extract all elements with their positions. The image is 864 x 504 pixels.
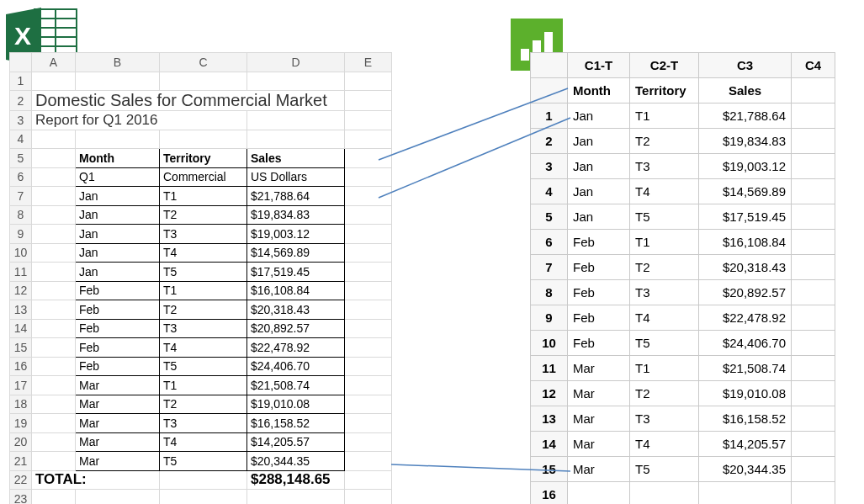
report-subtitle[interactable]: Report for Q1 2016 [32,111,247,130]
cell[interactable] [345,432,392,452]
cell-sales[interactable]: $16,108.84 [699,230,792,255]
cell-territory[interactable]: T1 [160,187,247,206]
total-label[interactable]: TOTAL: [32,470,160,490]
cell[interactable] [345,281,392,300]
cell-sales[interactable]: $16,158.52 [699,406,792,432]
cell-sales[interactable]: $19,010.08 [699,381,792,406]
cell-sales[interactable]: $20,344.35 [247,452,345,471]
col-header[interactable]: C [160,53,247,72]
cell-sales[interactable]: $17,519.45 [247,263,345,282]
row-header[interactable]: 16 [531,482,568,505]
cell[interactable] [345,357,392,376]
row-header[interactable]: 12 [531,381,568,406]
col-header[interactable]: E [345,53,392,72]
cell-territory[interactable]: T4 [630,305,699,331]
row-header[interactable]: 13 [531,406,568,432]
cell-sales[interactable]: $22,478.92 [247,338,345,358]
cell-month[interactable]: Jan [568,179,630,204]
cell-sales[interactable]: $19,010.08 [247,395,345,414]
row-header[interactable]: 18 [10,395,32,414]
cell-sales[interactable]: $20,318.43 [247,300,345,320]
cell-territory[interactable]: T2 [630,255,699,280]
cell-month[interactable]: Mar [76,395,160,414]
cell-territory[interactable]: T4 [160,243,247,263]
cell-sales[interactable]: $24,406.70 [699,331,792,356]
cell[interactable] [345,338,392,358]
cell-sales[interactable]: $19,003.12 [699,154,792,179]
cell-month[interactable]: Feb [568,305,630,331]
cell[interactable] [32,376,76,395]
cell[interactable] [32,414,76,433]
cell-sales[interactable]: $22,478.92 [699,305,792,331]
cell[interactable] [345,319,392,338]
cell[interactable] [32,300,76,320]
cell-sales[interactable]: $19,834.83 [247,205,345,225]
cell[interactable] [32,357,76,376]
cell-month[interactable]: Feb [568,331,630,356]
cell-territory[interactable]: T5 [160,357,247,376]
cell-month[interactable]: Jan [76,263,160,282]
cell-sales[interactable]: $14,569.89 [699,179,792,204]
cell-sales[interactable]: $20,892.57 [699,280,792,305]
cell-territory[interactable]: T4 [160,432,247,452]
sub-unit[interactable]: US Dollars [247,167,345,187]
cell-month[interactable]: Jan [568,154,630,179]
cell-sales[interactable]: $14,205.57 [247,432,345,452]
dest-sub-header[interactable]: Territory [630,78,699,103]
cell-month[interactable]: Jan [76,205,160,225]
cell[interactable] [792,154,835,179]
row-header[interactable]: 6 [531,230,568,255]
row-header[interactable]: 8 [531,280,568,305]
row-header[interactable]: 1 [10,72,32,91]
cell-territory[interactable]: T4 [630,432,699,457]
row-header[interactable]: 13 [10,300,32,320]
cell-sales[interactable]: $19,003.12 [247,225,345,244]
cell-territory[interactable]: T1 [630,356,699,381]
cell-territory[interactable]: T1 [160,281,247,300]
cell-territory[interactable]: T3 [160,319,247,338]
cell-territory[interactable]: T4 [160,338,247,358]
row-header[interactable]: 22 [10,470,32,490]
cell[interactable] [345,225,392,244]
cell-territory[interactable]: T2 [630,381,699,406]
row-header[interactable]: 7 [10,187,32,206]
cell[interactable] [792,406,835,432]
row-header[interactable]: 19 [10,414,32,433]
row-header[interactable]: 3 [531,154,568,179]
cell-month[interactable]: Mar [76,452,160,471]
cell-sales[interactable]: $14,569.89 [247,243,345,263]
cell[interactable] [32,281,76,300]
row-header[interactable]: 15 [10,338,32,358]
cell-territory[interactable]: T3 [160,414,247,433]
cell[interactable] [345,205,392,225]
cell-sales[interactable]: $20,892.57 [247,319,345,338]
cell-month[interactable]: Jan [76,225,160,244]
cell[interactable] [32,72,76,91]
sub-q[interactable]: Q1 [76,167,160,187]
cell-territory[interactable]: T5 [630,457,699,482]
cell[interactable] [792,432,835,457]
row-header[interactable]: 4 [10,130,32,149]
dest-col-header[interactable]: C3 [699,53,792,78]
row-header[interactable]: 4 [531,179,568,204]
cell-sales[interactable]: $21,788.64 [699,103,792,129]
cell-month[interactable]: Feb [76,357,160,376]
report-title[interactable]: Domestic Sales for Commercial Market [32,91,345,111]
cell-month[interactable]: Mar [568,381,630,406]
cell-territory[interactable]: T5 [630,204,699,230]
cell-sales[interactable]: $21,508.74 [247,376,345,395]
cell-month[interactable]: Mar [76,432,160,452]
cell-sales[interactable]: $17,519.45 [699,204,792,230]
cell-month[interactable]: Jan [76,243,160,263]
row-header[interactable]: 2 [10,91,32,111]
cell-month[interactable]: Mar [568,432,630,457]
row-header[interactable]: 3 [10,111,32,130]
row-header[interactable]: 11 [531,356,568,381]
cell[interactable] [792,356,835,381]
cell-sales[interactable]: $21,508.74 [699,356,792,381]
cell[interactable] [345,376,392,395]
cell-month[interactable]: Jan [568,129,630,154]
row-header[interactable]: 8 [10,205,32,225]
cell[interactable] [32,225,76,244]
row-header[interactable]: 6 [10,167,32,187]
